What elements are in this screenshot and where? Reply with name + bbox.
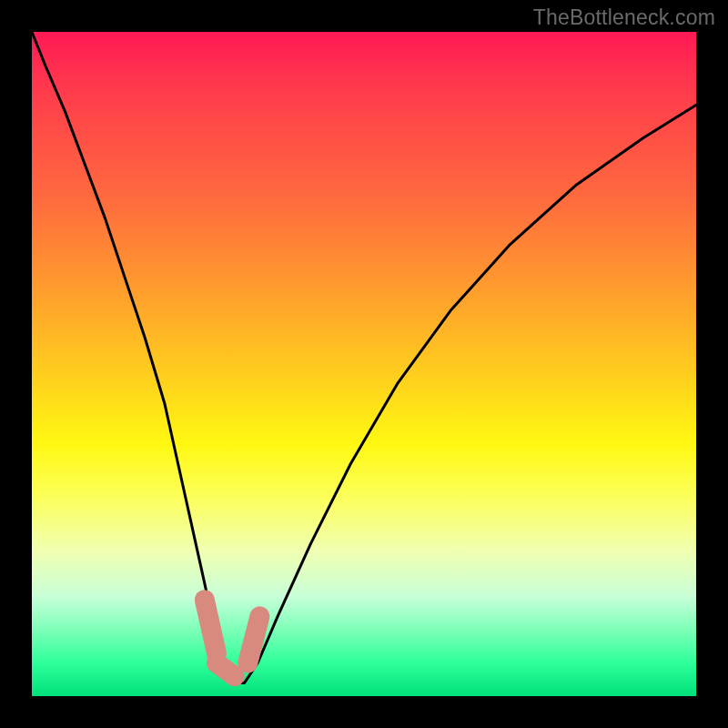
bottleneck-curve (32, 32, 696, 682)
marker-seg-3 (248, 616, 259, 662)
chart-frame: TheBottleneck.com (0, 0, 728, 728)
curve-layer (0, 0, 728, 728)
marker-seg-1 (205, 600, 217, 652)
marker-seg-2 (217, 663, 235, 677)
attribution-text: TheBottleneck.com (533, 5, 715, 30)
